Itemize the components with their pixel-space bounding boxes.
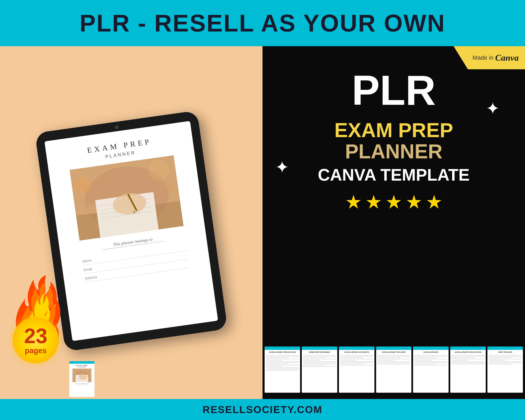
canva-template-label: CANVA TEMPLATE bbox=[318, 165, 470, 185]
thumb-label: SCHOLARSHIP TRACKER bbox=[377, 351, 410, 354]
left-thumbnails: EXAM PREP PLANNER This planner belongs t… bbox=[69, 361, 94, 397]
main-content-area: EXAM PREP PLANNER bbox=[0, 46, 525, 399]
right-thumbnails-row: SCHOLARSHIP APPLICATION bbox=[265, 346, 523, 393]
thumb-scholarships: SCHOLARSHIPS bbox=[413, 346, 449, 393]
tablet-camera bbox=[115, 125, 119, 129]
plr-section: PLR ✦ ✦ bbox=[262, 69, 525, 115]
star-rating: ★ ★ ★ ★ ★ bbox=[345, 191, 443, 213]
thumb-label: TIME TRACKER bbox=[489, 351, 522, 354]
star-2: ★ bbox=[365, 191, 382, 213]
thumb-exam-prep: EXAM PREP PLANNER This planner belongs t… bbox=[69, 361, 94, 397]
star-5: ★ bbox=[426, 191, 443, 213]
thumb-semester-expenses: SEMESTER EXPENSES bbox=[302, 346, 337, 393]
sparkle-icon-2: ✦ bbox=[275, 158, 289, 177]
star-4: ★ bbox=[405, 191, 422, 213]
star-1: ★ bbox=[345, 191, 362, 213]
tablet-device: EXAM PREP PLANNER bbox=[49, 121, 213, 341]
canva-made-in: Made in bbox=[472, 54, 494, 61]
main-headline: PLR - RESELL AS YOUR OWN bbox=[80, 9, 445, 37]
thumb-label: SCHOLARSHIP APPLICATION bbox=[266, 351, 299, 354]
planner-label: PLANNER bbox=[318, 141, 470, 162]
star-3: ★ bbox=[385, 191, 402, 213]
exam-prep-label: EXAM PREP bbox=[318, 120, 470, 141]
thumb-label: SCHOLARSHIP APPLICATION bbox=[451, 351, 485, 354]
footer: RESELLSOCIETY.COM bbox=[0, 399, 525, 420]
pages-number: 23 bbox=[24, 325, 47, 346]
left-panel: EXAM PREP PLANNER bbox=[0, 46, 262, 399]
thumb-label: SCHOLARSHIPS bbox=[414, 351, 447, 354]
tablet-fields: Name Email Address bbox=[82, 243, 190, 283]
tablet-field-address-label: Address bbox=[85, 274, 102, 280]
right-panel: Made in Canva PLR ✦ ✦ EXAM PREP PLANNER … bbox=[262, 46, 525, 399]
pages-badge: 23 pages bbox=[13, 317, 59, 363]
pages-label: pages bbox=[25, 346, 47, 355]
thumb-label: SCHOLARSHIP ACCOUNTS bbox=[340, 351, 373, 354]
thumb-time-tracker: TIME TRACKER bbox=[488, 346, 523, 393]
thumb-scholarship-accounts: SCHOLARSHIP ACCOUNTS bbox=[339, 346, 375, 393]
top-header-bar: PLR - RESELL AS YOUR OWN bbox=[0, 0, 525, 46]
product-info: EXAM PREP PLANNER CANVA TEMPLATE bbox=[318, 120, 470, 185]
canva-logo-text: Canva bbox=[495, 53, 519, 63]
thumb-label: SEMESTER EXPENSES bbox=[303, 351, 336, 354]
tablet-screen: EXAM PREP PLANNER bbox=[45, 121, 218, 341]
tablet-photo bbox=[70, 155, 184, 241]
thumb-scholarship-application-2: SCHOLARSHIP APPLICATION bbox=[450, 346, 486, 393]
tablet-field-email-label: Email bbox=[83, 266, 101, 272]
tablet-field-name-label: Name bbox=[82, 257, 100, 263]
sparkle-icon-1: ✦ bbox=[486, 99, 500, 118]
canva-badge: Made in Canva bbox=[454, 46, 525, 69]
svg-point-18 bbox=[79, 374, 87, 380]
thumb-scholarship-application-1: SCHOLARSHIP APPLICATION bbox=[265, 346, 300, 393]
thumb-scholarship-tracker: SCHOLARSHIP TRACKER bbox=[376, 346, 412, 393]
footer-website: RESELLSOCIETY.COM bbox=[202, 404, 322, 415]
